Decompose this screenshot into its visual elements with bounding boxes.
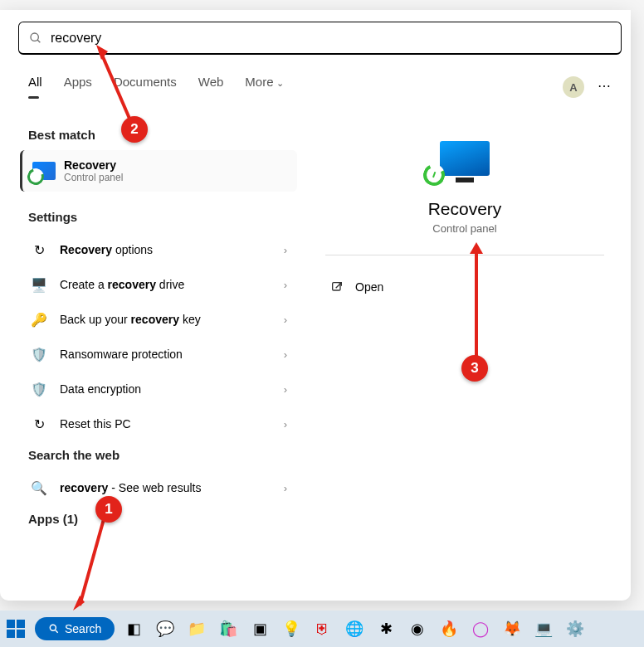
chevron-right-icon: › (284, 482, 287, 494)
reset-icon: ↻ (30, 415, 48, 433)
item-label: Back up your recovery key (60, 313, 272, 326)
chevron-right-icon: › (284, 244, 287, 256)
annotation-arrow-3 (466, 242, 486, 367)
best-match-heading: Best match (28, 128, 289, 142)
settings-item-backup-recovery-key[interactable]: 🔑 Back up your recovery key › (18, 302, 299, 337)
file-explorer-icon[interactable]: 📁 (184, 616, 209, 641)
chevron-down-icon: ⌄ (276, 78, 284, 88)
key-icon: 🔑 (30, 310, 48, 328)
open-action[interactable]: Open (315, 275, 614, 299)
svg-line-1 (37, 40, 40, 42)
annotation-badge-1: 1 (95, 496, 122, 523)
more-menu-icon[interactable]: ⋯ (598, 78, 612, 94)
tabs: All Apps Documents Web More⌄ (28, 75, 284, 94)
edge-icon[interactable]: 🌐 (342, 616, 367, 641)
app-icon-3[interactable]: 💡 (279, 616, 304, 641)
shield-icon: 🛡️ (30, 380, 48, 398)
chevron-right-icon: › (284, 383, 287, 396)
svg-rect-2 (333, 283, 340, 290)
search-icon: 🔍 (30, 479, 48, 497)
recovery-options-icon: ↻ (30, 241, 48, 259)
store-icon[interactable]: 🛍️ (216, 616, 241, 641)
settings-item-data-encryption[interactable]: 🛡️ Data encryption › (18, 372, 299, 406)
item-label: recovery - See web results (60, 481, 272, 494)
opera-icon[interactable]: ◯ (468, 616, 493, 641)
annotation-badge-2: 2 (121, 116, 148, 143)
app-icon-5[interactable]: 💻 (531, 616, 556, 641)
svg-point-0 (31, 33, 38, 41)
avatar[interactable]: A (563, 76, 584, 98)
slack-icon[interactable]: ✱ (373, 616, 398, 641)
taskbar-search-label: Search (65, 622, 101, 635)
svg-marker-8 (96, 45, 108, 60)
tab-apps[interactable]: Apps (64, 75, 92, 94)
tab-underline (28, 96, 39, 99)
monitor-icon: 🖥️ (30, 275, 48, 294)
search-icon (29, 32, 42, 45)
tab-web[interactable]: Web (198, 75, 224, 94)
best-match-item[interactable]: Recovery Control panel (20, 150, 297, 192)
web-result-item[interactable]: 🔍 recovery - See web results › (18, 470, 299, 505)
best-match-title: Recovery (64, 158, 123, 172)
divider (325, 255, 604, 255)
start-button[interactable] (3, 616, 28, 641)
detail-title: Recovery (315, 199, 614, 219)
item-label: Data encryption (60, 382, 272, 396)
tab-all[interactable]: All (28, 75, 42, 94)
firefox-icon[interactable]: 🦊 (500, 616, 524, 641)
open-label: Open (355, 280, 383, 294)
svg-marker-10 (470, 242, 483, 254)
svg-line-4 (56, 630, 58, 633)
svg-line-7 (101, 53, 133, 126)
shield-icon: 🛡️ (30, 345, 48, 363)
chrome-icon[interactable]: ◉ (405, 616, 430, 641)
chevron-right-icon: › (284, 314, 287, 326)
chevron-right-icon: › (284, 418, 287, 431)
settings-item-recovery-options[interactable]: ↻ Recovery options › (18, 232, 299, 267)
detail-subtitle: Control panel (315, 222, 614, 235)
apps-heading: Apps (1) (28, 512, 289, 526)
settings-item-create-recovery-drive[interactable]: 🖥️ Create a recovery drive › (18, 267, 299, 302)
settings-item-ransomware-protection[interactable]: 🛡️ Ransomware protection › (18, 337, 299, 372)
mcafee-icon[interactable]: ⛨ (310, 616, 335, 641)
tab-more[interactable]: More⌄ (245, 75, 283, 94)
recovery-app-icon (32, 162, 56, 180)
svg-point-3 (50, 625, 56, 630)
task-view-icon[interactable]: ◧ (121, 616, 146, 641)
annotation-badge-3: 3 (461, 355, 488, 382)
settings-heading: Settings (28, 210, 289, 224)
item-label: Reset this PC (60, 417, 272, 431)
search-icon (48, 623, 60, 635)
app-icon-1[interactable]: 💬 (153, 616, 178, 641)
best-match-subtitle: Control panel (64, 172, 123, 183)
taskbar-search-button[interactable]: Search (35, 617, 115, 640)
item-label: Recovery options (60, 243, 272, 256)
chevron-right-icon: › (284, 348, 287, 361)
chevron-right-icon: › (284, 279, 287, 291)
settings-item-reset-this-pc[interactable]: ↻ Reset this PC › (18, 406, 299, 441)
search-web-heading: Search the web (28, 448, 289, 462)
app-icon-2[interactable]: ▣ (247, 616, 272, 641)
app-icon-4[interactable]: 🔥 (437, 616, 461, 641)
settings-icon[interactable]: ⚙️ (563, 616, 588, 641)
item-label: Ransomware protection (60, 348, 272, 361)
recovery-large-icon (440, 141, 490, 176)
open-icon (330, 280, 344, 294)
item-label: Create a recovery drive (60, 278, 272, 291)
